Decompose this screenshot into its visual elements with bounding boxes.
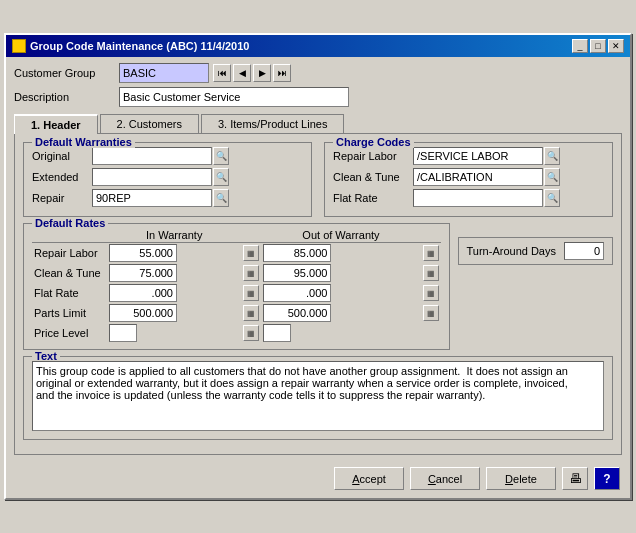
main-window: Group Code Maintenance (ABC) 11/4/2010 _… [4,33,632,500]
turnaround-input[interactable] [564,242,604,260]
top-panels: Default Warranties Original 🔍 Extended 🔍… [23,142,613,223]
app-icon [12,39,26,53]
calc-out-btn-1[interactable]: ▦ [423,265,439,281]
footer: Accept Cancel Delete 🖶 ? [6,461,630,498]
default-rates-section: Default Rates In Warranty Out of Warrant… [23,223,450,350]
text-input[interactable]: This group code is applied to all custom… [32,361,604,431]
nav-first-button[interactable]: ⏮ [213,64,231,82]
accept-button[interactable]: Accept [334,467,404,490]
description-input[interactable] [119,87,349,107]
repair-search-btn[interactable]: 🔍 [213,189,229,207]
out-warranty-header: Out of Warranty [261,228,420,243]
print-icon: 🖶 [569,471,582,486]
tab-bar: 1. Header 2. Customers 3. Items/Product … [14,113,622,133]
repair-labor-charge-label: Repair Labor [333,150,413,162]
calc-out-btn-2[interactable]: ▦ [423,285,439,301]
clean-tune-charge-input[interactable] [413,168,543,186]
default-warranties-section: Default Warranties Original 🔍 Extended 🔍… [23,142,312,217]
original-row: Original 🔍 [32,147,303,165]
calc-in-btn-0[interactable]: ▦ [243,245,259,261]
restore-button[interactable]: □ [590,39,606,53]
original-search-btn[interactable]: 🔍 [213,147,229,165]
repair-labor-charge-search[interactable]: 🔍 [544,147,560,165]
rate-row-label: Flat Rate [32,283,107,303]
calc-in-btn-4[interactable]: ▦ [243,325,259,341]
in-warranty-header: In Warranty [107,228,241,243]
rate-out-warranty-input-1[interactable] [263,264,331,282]
main-content: Customer Group ⏮ ◀ ▶ ⏭ Description 1. He… [6,57,630,461]
title-bar-text: Group Code Maintenance (ABC) 11/4/2010 [12,39,249,53]
rate-out-warranty-input-2[interactable] [263,284,331,302]
rates-row: Parts Limit ▦ ▦ [32,303,441,323]
repair-row: Repair 🔍 [32,189,303,207]
rates-and-turnaround: Default Rates In Warranty Out of Warrant… [23,223,613,356]
rate-in-warranty-input-3[interactable] [109,304,177,322]
rate-in-warranty-input-1[interactable] [109,264,177,282]
customer-group-row: Customer Group ⏮ ◀ ▶ ⏭ [14,63,622,83]
extended-label: Extended [32,171,92,183]
calc-in-btn-1[interactable]: ▦ [243,265,259,281]
calc-in-btn-2[interactable]: ▦ [243,285,259,301]
rate-row-label: Clean & Tune [32,263,107,283]
rates-title: Default Rates [32,217,108,229]
clean-tune-charge-search[interactable]: 🔍 [544,168,560,186]
extended-search-btn[interactable]: 🔍 [213,168,229,186]
nav-buttons: ⏮ ◀ ▶ ⏭ [213,64,291,82]
extended-input[interactable] [92,168,212,186]
nav-next-button[interactable]: ▶ [253,64,271,82]
description-label: Description [14,91,119,103]
nav-last-button[interactable]: ⏭ [273,64,291,82]
rates-row: Repair Labor ▦ ▦ [32,243,441,264]
help-icon: ? [603,472,610,486]
print-button[interactable]: 🖶 [562,467,588,490]
text-section: Text This group code is applied to all c… [23,356,613,440]
warranties-title: Default Warranties [32,136,135,148]
calc-out-btn-3[interactable]: ▦ [423,305,439,321]
turnaround-label: Turn-Around Days [467,245,556,257]
close-button[interactable]: ✕ [608,39,624,53]
flat-rate-charge-input[interactable] [413,189,543,207]
extended-row: Extended 🔍 [32,168,303,186]
rates-row: Clean & Tune ▦ ▦ [32,263,441,283]
minimize-button[interactable]: _ [572,39,588,53]
rate-row-label: Price Level [32,323,107,343]
tab-header[interactable]: 1. Header [14,114,98,134]
rate-in-warranty-input-0[interactable] [109,244,177,262]
calc-in-btn-3[interactable]: ▦ [243,305,259,321]
charge-codes-section: Charge Codes Repair Labor 🔍 Clean & Tune… [324,142,613,217]
tab-customers[interactable]: 2. Customers [100,114,199,134]
rate-out-warranty-input-3[interactable] [263,304,331,322]
rate-out-warranty-input-4[interactable] [263,324,291,342]
customer-group-label: Customer Group [14,67,119,79]
flat-rate-charge-row: Flat Rate 🔍 [333,189,604,207]
rate-in-warranty-input-4[interactable] [109,324,137,342]
clean-tune-charge-label: Clean & Tune [333,171,413,183]
help-button[interactable]: ? [594,467,620,490]
flat-rate-charge-search[interactable]: 🔍 [544,189,560,207]
repair-label: Repair [32,192,92,204]
charge-codes-title: Charge Codes [333,136,414,148]
cancel-button[interactable]: Cancel [410,467,480,490]
rate-row-label: Parts Limit [32,303,107,323]
customer-group-input[interactable] [119,63,209,83]
repair-labor-charge-row: Repair Labor 🔍 [333,147,604,165]
text-wrapper: This group code is applied to all custom… [32,361,604,433]
tab-items[interactable]: 3. Items/Product Lines [201,114,344,134]
nav-prev-button[interactable]: ◀ [233,64,251,82]
rate-in-warranty-input-2[interactable] [109,284,177,302]
rate-row-label: Repair Labor [32,243,107,264]
rates-row: Price Level ▦ [32,323,441,343]
repair-input[interactable] [92,189,212,207]
repair-labor-charge-input[interactable] [413,147,543,165]
delete-button[interactable]: Delete [486,467,556,490]
flat-rate-charge-label: Flat Rate [333,192,413,204]
rate-out-warranty-input-0[interactable] [263,244,331,262]
original-input[interactable] [92,147,212,165]
clean-tune-charge-row: Clean & Tune 🔍 [333,168,604,186]
calc-out-btn-0[interactable]: ▦ [423,245,439,261]
description-row: Description [14,87,622,107]
original-label: Original [32,150,92,162]
rates-table: In Warranty Out of Warranty Repair Labor… [32,228,441,343]
turnaround-section: Turn-Around Days [458,237,613,265]
tab-content-header: Default Warranties Original 🔍 Extended 🔍… [14,133,622,455]
